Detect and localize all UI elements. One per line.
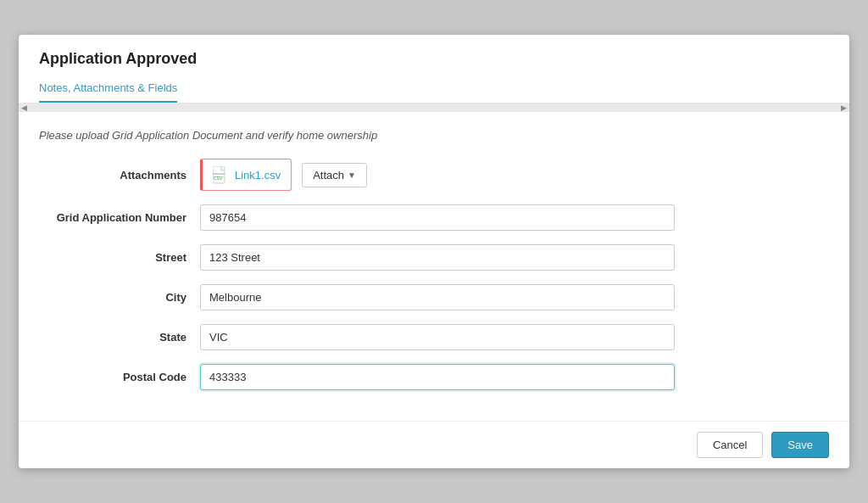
- state-field: [200, 324, 675, 350]
- modal-footer: Cancel Save: [19, 421, 849, 468]
- attach-button[interactable]: Attach ▼: [302, 163, 367, 187]
- attachments-label: Attachments: [39, 169, 200, 182]
- svg-rect-3: [213, 176, 225, 177]
- modal-body: Please upload Grid Application Document …: [19, 112, 849, 421]
- postal-code-label: Postal Code: [39, 371, 200, 383]
- street-row: Street: [39, 244, 829, 271]
- state-input[interactable]: [200, 324, 675, 350]
- instruction-text: Please upload Grid Application Document …: [39, 129, 829, 142]
- attachment-box: CSV Link1.csv: [200, 159, 292, 191]
- attachment-box-container: CSV Link1.csv: [200, 159, 292, 191]
- state-row: State: [39, 324, 829, 350]
- street-label: Street: [39, 251, 200, 264]
- attachments-row: Attachments CSV: [39, 159, 829, 191]
- grid-app-number-input[interactable]: [200, 204, 675, 231]
- scroll-right-arrow[interactable]: ▶: [841, 103, 847, 112]
- scroll-left-arrow[interactable]: ◀: [21, 103, 27, 112]
- save-button[interactable]: Save: [771, 432, 829, 458]
- city-input[interactable]: [200, 284, 675, 310]
- grid-app-number-field: [200, 204, 675, 231]
- attach-dropdown-caret: ▼: [348, 170, 356, 180]
- csv-file-icon: CSV: [213, 166, 228, 183]
- city-row: City: [39, 284, 829, 310]
- modal-tabs: Notes, Attachments & Fields: [39, 76, 829, 103]
- street-field: [200, 244, 675, 271]
- attachment-filename[interactable]: Link1.csv: [235, 169, 281, 182]
- svg-text:CSV: CSV: [214, 176, 223, 181]
- svg-rect-2: [213, 173, 225, 175]
- city-label: City: [39, 291, 200, 304]
- tab-notes-attachments-fields[interactable]: Notes, Attachments & Fields: [39, 76, 177, 103]
- modal-overlay: Application Approved Notes, Attachments …: [0, 0, 868, 503]
- state-label: State: [39, 331, 200, 344]
- postal-code-field: [200, 364, 675, 390]
- modal-dialog: Application Approved Notes, Attachments …: [19, 35, 849, 468]
- horizontal-scrollbar[interactable]: ◀ ▶: [19, 103, 849, 112]
- street-input[interactable]: [200, 244, 675, 271]
- postal-code-row: Postal Code: [39, 364, 829, 390]
- city-field: [200, 284, 675, 310]
- attachment-field-group: CSV Link1.csv Attach ▼: [200, 159, 367, 191]
- grid-app-number-row: Grid Application Number: [39, 204, 829, 231]
- modal-header: Application Approved Notes, Attachments …: [19, 35, 849, 103]
- cancel-button[interactable]: Cancel: [697, 432, 763, 458]
- grid-app-number-label: Grid Application Number: [39, 211, 200, 224]
- modal-title: Application Approved: [39, 50, 829, 68]
- attach-button-label: Attach: [313, 169, 344, 182]
- postal-code-input[interactable]: [200, 364, 675, 390]
